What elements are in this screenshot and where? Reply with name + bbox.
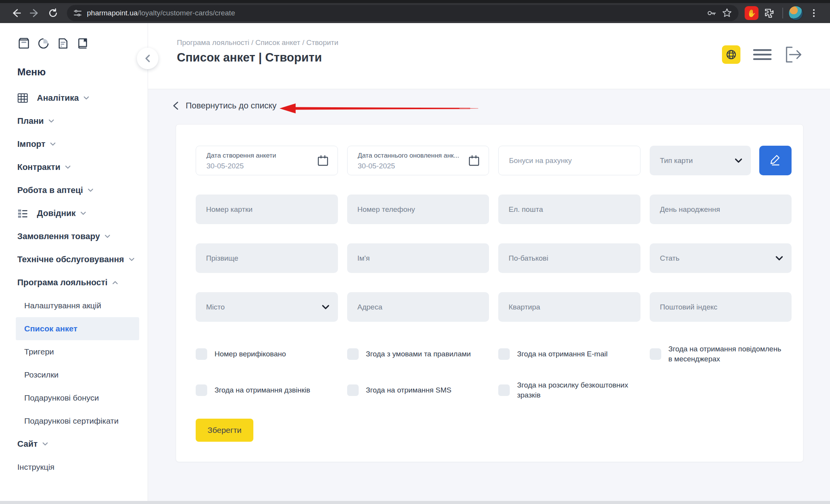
sidebar-collapse-button[interactable]: [137, 48, 158, 69]
sidebar-item-15[interactable]: Сайт: [0, 432, 148, 456]
language-globe-button[interactable]: [722, 45, 740, 64]
save-button[interactable]: Зберегти: [196, 419, 253, 442]
reload-icon[interactable]: [45, 5, 61, 21]
password-key-icon[interactable]: [706, 8, 717, 18]
chevron-down-icon: [42, 442, 48, 446]
select-місто[interactable]: Місто: [196, 292, 338, 322]
url-bar[interactable]: pharmapoint.ua/loyalty/customer-cards/cr…: [67, 5, 739, 21]
sidebar-item-1[interactable]: Плани: [0, 110, 148, 133]
sidebar-item-label: Інструкція: [17, 462, 55, 472]
sidebar-item-10[interactable]: Список анкет: [16, 317, 139, 340]
checkbox[interactable]: [498, 384, 510, 396]
sidebar-item-label: Список анкет: [24, 324, 77, 333]
select-стать[interactable]: Стать: [650, 243, 792, 273]
select-тип-карти[interactable]: Тип карти: [650, 146, 751, 175]
sidebar-item-5[interactable]: Довідник: [0, 202, 148, 225]
sidebar-item-0[interactable]: Аналітика: [0, 86, 148, 110]
field-label: Дата створення анкети: [206, 152, 276, 160]
list-icon: [17, 208, 28, 219]
field-дата-останнього-оновлення-анк-[interactable]: Дата останнього оновлення анк... 30-05-2…: [347, 146, 489, 175]
field-дата-створення-анкети[interactable]: Дата створення анкети 30-05-2025: [196, 146, 338, 175]
chevron-down-icon: [80, 211, 86, 215]
sidebar-item-8[interactable]: Програма лояльності: [0, 271, 148, 294]
sidebar-item-3[interactable]: Контракти: [0, 156, 148, 179]
browser-toolbar: pharmapoint.ua/loyalty/customer-cards/cr…: [0, 3, 830, 23]
globe-icon: [725, 49, 737, 60]
sidebar-item-7[interactable]: Технічне обслуговування: [0, 248, 148, 271]
sidebar-item-label: Аналітика: [37, 93, 79, 103]
field-placeholder: Адреса: [358, 303, 383, 311]
field-бонуси-на-рахунку[interactable]: Бонуси на рахунку: [498, 146, 640, 175]
url-text[interactable]: pharmapoint.ua/loyalty/customer-cards/cr…: [87, 9, 235, 17]
sidebar: Меню АналітикаПланиІмпортКонтрактиРобота…: [0, 23, 148, 501]
sidebar-item-label: Розсилки: [24, 370, 58, 379]
field-ім-я[interactable]: Ім'я: [347, 243, 489, 273]
horizontal-scrollbar[interactable]: [0, 501, 830, 504]
sidebar-item-4[interactable]: Робота в аптеці: [0, 179, 148, 202]
checkbox-item[interactable]: Згода з умовами та правилами: [347, 344, 489, 364]
sidebar-item-13[interactable]: Подарункові бонуси: [0, 386, 148, 409]
extensions-puzzle-icon[interactable]: [762, 5, 777, 21]
checkbox-item[interactable]: Згода на отримання E-mail: [498, 344, 640, 364]
sidebar-item-label: Тригери: [24, 347, 54, 356]
select-placeholder: Місто: [206, 303, 225, 311]
forward-arrow-icon[interactable]: [27, 5, 42, 21]
back-to-list-link[interactable]: Повернутись до списку: [172, 101, 276, 111]
document-icon[interactable]: [57, 37, 70, 50]
field-по-батькові[interactable]: По-батькові: [498, 243, 640, 273]
checkbox-item[interactable]: Згода на отримання повідомлень в месендж…: [650, 344, 792, 364]
checkbox-item[interactable]: Згода на отримання дзвінків: [196, 380, 338, 400]
calendar-icon[interactable]: [317, 155, 329, 166]
form-rows: Дата створення анкети 30-05-2025 Дата ос…: [196, 146, 792, 322]
checkbox-item[interactable]: Згода на розсилку безкоштовних зразків: [498, 380, 640, 400]
profile-avatar[interactable]: [788, 6, 803, 20]
menu-dots-icon[interactable]: [806, 5, 822, 21]
field-адреса[interactable]: Адреса: [347, 292, 489, 322]
bookmark-star-icon[interactable]: [722, 8, 732, 18]
field-квартира[interactable]: Квартира: [498, 292, 640, 322]
field-label: Дата останнього оновлення анк...: [358, 152, 459, 160]
back-arrow-icon[interactable]: [8, 5, 24, 21]
checkbox[interactable]: [196, 384, 207, 396]
sidebar-item-12[interactable]: Розсилки: [0, 363, 148, 386]
sidebar-item-16[interactable]: Інструкція: [0, 456, 148, 479]
checkbox[interactable]: [650, 348, 661, 360]
pie-chart-icon[interactable]: [37, 37, 50, 50]
checkbox-label: Згода на отримання E-mail: [517, 349, 607, 359]
archive-box-icon[interactable]: [17, 37, 30, 50]
checkbox-row-1: Номер верифіковано Згода з умовами та пр…: [196, 344, 792, 364]
calendar-icon[interactable]: [468, 155, 480, 166]
checkbox[interactable]: [347, 384, 359, 396]
logout-button[interactable]: [784, 46, 803, 63]
site-settings-icon[interactable]: [73, 8, 82, 18]
sidebar-quick-icons: [0, 23, 148, 50]
hamburger-icon: [753, 48, 772, 61]
field-день-народження[interactable]: День народження: [650, 195, 792, 224]
sidebar-item-6[interactable]: Замовлення товару: [0, 225, 148, 248]
sidebar-item-9[interactable]: Налаштування акцій: [0, 294, 148, 317]
hamburger-menu-button[interactable]: [753, 48, 772, 61]
field-placeholder: День народження: [660, 205, 720, 214]
chevron-down-icon: [129, 258, 135, 261]
sidebar-item-11[interactable]: Тригери: [0, 340, 148, 363]
card-type-with-edit: Тип карти: [650, 146, 792, 175]
checkbox[interactable]: [498, 348, 510, 360]
checkbox-item[interactable]: Згода на отримання SMS: [347, 380, 489, 400]
checkbox-label: Згода на отримання дзвінків: [215, 385, 310, 395]
checkbox[interactable]: [347, 348, 359, 360]
form-row-4: Місто АдресаКвартираПоштовий індекс: [196, 292, 792, 322]
book-icon[interactable]: [76, 37, 89, 50]
checkbox[interactable]: [196, 348, 207, 360]
field-номер-картки[interactable]: Номер картки: [196, 195, 338, 224]
sidebar-item-label: Робота в аптеці: [17, 185, 83, 195]
sidebar-item-2[interactable]: Імпорт: [0, 133, 148, 156]
checkbox-item[interactable]: Номер верифіковано: [196, 344, 338, 364]
sidebar-item-14[interactable]: Подарункові сертифікати: [0, 409, 148, 432]
field-номер-телефону[interactable]: Номер телефону: [347, 195, 489, 224]
screen: pharmapoint.ua/loyalty/customer-cards/cr…: [0, 0, 830, 504]
field-прізвище[interactable]: Прізвище: [196, 243, 338, 273]
field-поштовий-індекс[interactable]: Поштовий індекс: [650, 292, 792, 322]
adblock-shield-icon[interactable]: ✋: [745, 6, 758, 20]
field-ел-пошта[interactable]: Ел. пошта: [498, 195, 640, 224]
edit-card-type-button[interactable]: [759, 146, 792, 175]
